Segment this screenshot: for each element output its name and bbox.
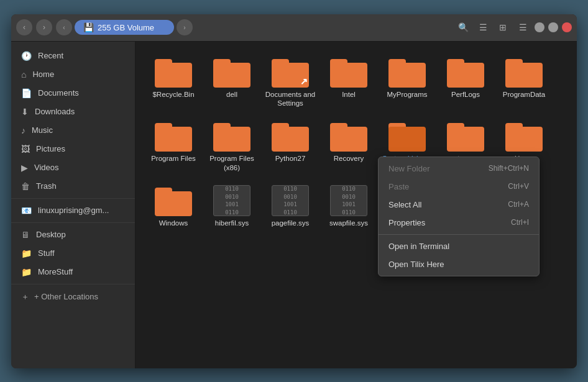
back-button[interactable]: ‹ xyxy=(16,19,32,35)
file-label-hiberfil: hiberfil.sys xyxy=(215,219,249,228)
folder-icon-dell xyxy=(213,57,250,88)
file-area[interactable]: $Recycle.Bin dell ↗ xyxy=(136,42,577,368)
sidebar-item-downloads[interactable]: ⬇ Downloads xyxy=(11,102,135,121)
sidebar-label-documents: Documents xyxy=(38,88,79,98)
sidebar-item-recent[interactable]: 🕐 Recent xyxy=(11,47,135,65)
file-item-program-files-x86[interactable]: Program Files (x86) xyxy=(204,116,260,178)
minimize-button[interactable] xyxy=(535,22,544,32)
file-item-pagefile[interactable]: 0110001010010110 pagefile.sys xyxy=(262,180,318,233)
file-item-python27[interactable]: Python27 xyxy=(262,116,318,178)
downloads-icon: ⬇ xyxy=(21,107,29,117)
sidebar: 🕐 Recent ⌂ Home 📄 Documents ⬇ Downloads … xyxy=(11,42,136,368)
folder-icon-temp xyxy=(447,121,484,152)
file-item-windows[interactable]: Windows xyxy=(145,180,201,233)
breadcrumb-forward-button[interactable]: › xyxy=(177,19,193,35)
context-properties-shortcut: Ctrl+I xyxy=(511,218,529,227)
view-list-button[interactable]: ☰ xyxy=(475,19,491,35)
file-label-windows: Windows xyxy=(159,219,188,228)
context-new-folder-shortcut: Shift+Ctrl+N xyxy=(489,164,529,173)
forward-button[interactable]: › xyxy=(36,19,52,35)
sysfile-icon-hiberfil: 0110001010010110 xyxy=(213,185,250,216)
sidebar-label-home: Home xyxy=(32,70,54,79)
main-content: 🕐 Recent ⌂ Home 📄 Documents ⬇ Downloads … xyxy=(11,42,577,368)
sidebar-label-pictures: Pictures xyxy=(36,144,65,153)
context-new-folder-label: New Folder xyxy=(388,164,430,173)
music-icon: ♪ xyxy=(21,125,25,135)
sidebar-item-stuff[interactable]: 📁 Stuff xyxy=(11,244,135,263)
breadcrumb-back-button[interactable]: ‹ xyxy=(56,19,72,35)
file-label-myprograms: MyPrograms xyxy=(387,90,427,99)
sidebar-label-recent: Recent xyxy=(38,51,63,60)
sidebar-label-email: linuxuprising@gm... xyxy=(38,206,109,215)
context-paste-label: Paste xyxy=(388,182,409,191)
file-item-recovery[interactable]: Recovery xyxy=(321,116,377,178)
file-item-myprograms[interactable]: MyPrograms xyxy=(379,52,435,114)
file-item-hiberfil[interactable]: 0110001010010110 hiberfil.sys xyxy=(204,180,260,233)
folder-icon-program-files xyxy=(155,121,192,152)
stuff-icon: 📁 xyxy=(21,248,32,258)
context-open-terminal[interactable]: Open in Terminal xyxy=(379,237,539,255)
sidebar-item-email[interactable]: 📧 linuxuprising@gm... xyxy=(11,201,135,220)
folder-icon-system-volume xyxy=(388,121,426,152)
sidebar-label-videos: Videos xyxy=(34,163,59,172)
sysfile-icon-pagefile: 0110001010010110 xyxy=(272,185,309,216)
sidebar-label-stuff: Stuff xyxy=(38,248,55,258)
sidebar-item-videos[interactable]: ▶ Videos xyxy=(11,158,135,177)
file-item-swapfile[interactable]: 0110001010010110 swapfile.sys xyxy=(321,180,377,233)
volume-icon: 💾 xyxy=(83,22,94,32)
sidebar-item-morestuff[interactable]: 📁 MoreStuff xyxy=(11,263,135,281)
context-divider xyxy=(379,234,539,235)
file-item-programdata[interactable]: ProgramData xyxy=(496,52,552,114)
sidebar-divider-3 xyxy=(11,284,135,284)
sidebar-label-music: Music xyxy=(32,125,53,135)
file-item-dell[interactable]: dell xyxy=(204,52,260,114)
context-properties[interactable]: Properties Ctrl+I xyxy=(379,214,539,232)
sidebar-item-home[interactable]: ⌂ Home xyxy=(11,65,135,84)
recent-icon: 🕐 xyxy=(21,51,32,61)
search-button[interactable]: 🔍 xyxy=(455,19,471,35)
file-label-programdata: ProgramData xyxy=(503,90,545,99)
file-label-python27: Python27 xyxy=(275,154,306,163)
videos-icon: ▶ xyxy=(21,163,28,173)
file-label-pagefile: pagefile.sys xyxy=(272,219,310,228)
context-new-folder[interactable]: New Folder Shift+Ctrl+N xyxy=(379,160,539,178)
folder-icon-programdata xyxy=(505,57,543,88)
trash-icon: 🗑 xyxy=(21,181,30,191)
file-item-recycle-bin[interactable]: $Recycle.Bin xyxy=(145,52,201,114)
context-select-all[interactable]: Select All Ctrl+A xyxy=(379,196,539,214)
context-open-tilix[interactable]: Open Tilix Here xyxy=(379,255,539,273)
folder-icon-windows xyxy=(155,185,192,216)
file-item-documents-settings[interactable]: ↗ Documents and Settings xyxy=(262,52,318,114)
sidebar-item-documents[interactable]: 📄 Documents xyxy=(11,84,135,102)
context-paste[interactable]: Paste Ctrl+V xyxy=(379,178,539,196)
morestuff-icon: 📁 xyxy=(21,267,32,277)
sidebar-item-desktop[interactable]: 🖥 Desktop xyxy=(11,225,135,244)
documents-icon: 📄 xyxy=(21,88,32,98)
folder-icon-documents-settings: ↗ xyxy=(272,57,309,88)
view-grid-button[interactable]: ⊞ xyxy=(495,19,511,35)
file-item-perflogs[interactable]: PerfLogs xyxy=(438,52,494,114)
location-bar[interactable]: 💾 255 GB Volume xyxy=(75,20,174,35)
desktop-icon: 🖥 xyxy=(21,230,30,240)
context-paste-shortcut: Ctrl+V xyxy=(508,182,529,191)
sidebar-item-music[interactable]: ♪ Music xyxy=(11,121,135,140)
titlebar-actions: 🔍 ☰ ⊞ ☰ xyxy=(455,19,572,35)
file-label-program-files: Program Files xyxy=(151,154,196,163)
sidebar-item-pictures[interactable]: 🖼 Pictures xyxy=(11,140,135,158)
file-item-program-files[interactable]: Program Files xyxy=(145,116,201,178)
pictures-icon: 🖼 xyxy=(21,144,30,154)
sidebar-add-other-locations[interactable]: ＋ + Other Locations xyxy=(11,287,135,307)
close-button[interactable] xyxy=(562,22,572,32)
folder-icon-program-files-x86 xyxy=(213,121,250,152)
file-label-swapfile: swapfile.sys xyxy=(329,219,368,228)
sidebar-label-other-locations: + Other Locations xyxy=(34,292,98,301)
sidebar-item-trash[interactable]: 🗑 Trash xyxy=(11,177,135,196)
file-label-intel: Intel xyxy=(342,90,356,99)
folder-icon-perflogs xyxy=(447,57,484,88)
menu-button[interactable]: ☰ xyxy=(515,19,531,35)
home-icon: ⌂ xyxy=(21,70,26,80)
file-item-intel[interactable]: Intel xyxy=(321,52,377,114)
file-label-recovery: Recovery xyxy=(334,154,364,163)
sidebar-label-morestuff: MoreStuff xyxy=(38,267,73,276)
maximize-button[interactable] xyxy=(548,22,558,32)
